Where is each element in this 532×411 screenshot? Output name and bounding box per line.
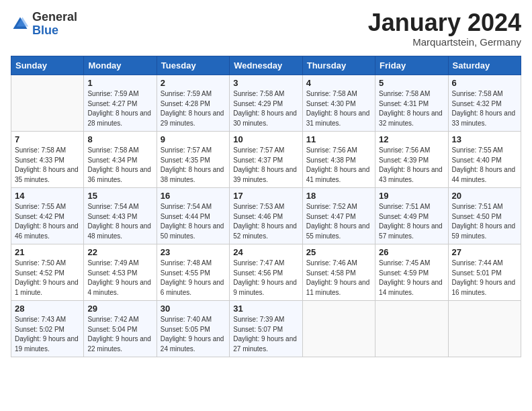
day-sunset: Sunset: 4:56 PM — [233, 269, 283, 277]
day-sunrise: Sunrise: 7:58 AM — [87, 146, 138, 154]
calendar-cell: 30 Sunrise: 7:40 AM Sunset: 5:05 PM Dayl… — [157, 301, 229, 357]
day-number: 7 — [15, 134, 80, 144]
day-sunset: Sunset: 5:05 PM — [161, 326, 210, 333]
day-daylight: Daylight: 9 hours and 4 minutes. — [87, 279, 151, 296]
day-daylight: Daylight: 8 hours and 48 minutes. — [87, 222, 151, 240]
day-sunrise: Sunrise: 7:53 AM — [233, 203, 284, 210]
day-daylight: Daylight: 8 hours and 59 minutes. — [452, 222, 516, 240]
day-number: 18 — [306, 191, 371, 201]
day-number: 5 — [379, 78, 444, 88]
logo-text: General Blue — [32, 11, 77, 38]
calendar-cell — [302, 301, 375, 357]
day-sunrise: Sunrise: 7:44 AM — [452, 259, 503, 267]
day-sunrise: Sunrise: 7:58 AM — [233, 90, 284, 97]
day-sunrise: Sunrise: 7:45 AM — [379, 259, 430, 267]
day-sunset: Sunset: 4:29 PM — [233, 100, 283, 107]
day-daylight: Daylight: 9 hours and 22 minutes. — [87, 335, 151, 353]
calendar-cell: 6 Sunrise: 7:58 AM Sunset: 4:32 PM Dayli… — [448, 75, 521, 132]
day-number: 21 — [15, 247, 80, 257]
day-sunset: Sunset: 4:42 PM — [15, 213, 64, 220]
day-sunset: Sunset: 4:34 PM — [87, 156, 137, 164]
day-number: 3 — [233, 78, 298, 88]
day-daylight: Daylight: 9 hours and 11 minutes. — [306, 279, 370, 296]
day-daylight: Daylight: 8 hours and 52 minutes. — [233, 222, 297, 240]
day-sunset: Sunset: 4:33 PM — [15, 156, 64, 164]
day-number: 12 — [379, 134, 444, 144]
day-sunrise: Sunrise: 7:46 AM — [306, 259, 357, 267]
col-tuesday: Tuesday — [157, 56, 229, 75]
day-sunrise: Sunrise: 7:58 AM — [379, 90, 430, 97]
logo-general: General — [32, 11, 77, 24]
calendar-cell — [375, 301, 448, 357]
calendar-cell: 17 Sunrise: 7:53 AM Sunset: 4:46 PM Dayl… — [230, 188, 302, 244]
day-sunset: Sunset: 5:07 PM — [233, 326, 283, 333]
calendar-cell: 8 Sunrise: 7:58 AM Sunset: 4:34 PM Dayli… — [84, 132, 157, 188]
col-thursday: Thursday — [302, 56, 375, 75]
title-location: Marquartstein, Germany — [368, 36, 521, 48]
calendar-cell: 25 Sunrise: 7:46 AM Sunset: 4:58 PM Dayl… — [302, 244, 375, 301]
day-sunrise: Sunrise: 7:52 AM — [306, 203, 357, 210]
day-number: 10 — [233, 134, 298, 144]
day-sunset: Sunset: 4:40 PM — [452, 156, 502, 164]
day-sunset: Sunset: 4:49 PM — [379, 213, 429, 220]
day-sunrise: Sunrise: 7:57 AM — [233, 146, 284, 154]
day-sunset: Sunset: 5:01 PM — [452, 269, 502, 277]
calendar-cell: 19 Sunrise: 7:51 AM Sunset: 4:49 PM Dayl… — [375, 188, 448, 244]
calendar-week-5: 28 Sunrise: 7:43 AM Sunset: 5:02 PM Dayl… — [11, 301, 521, 357]
day-daylight: Daylight: 8 hours and 39 minutes. — [233, 166, 297, 183]
day-number: 19 — [379, 191, 444, 201]
day-sunset: Sunset: 4:37 PM — [233, 156, 283, 164]
day-sunrise: Sunrise: 7:50 AM — [15, 259, 66, 267]
day-daylight: Daylight: 8 hours and 50 minutes. — [161, 222, 224, 240]
day-number: 6 — [452, 78, 517, 88]
day-number: 2 — [161, 78, 226, 88]
day-number: 8 — [87, 134, 152, 144]
calendar-cell: 27 Sunrise: 7:44 AM Sunset: 5:01 PM Dayl… — [448, 244, 521, 301]
day-sunrise: Sunrise: 7:56 AM — [306, 146, 357, 154]
header-row: Sunday Monday Tuesday Wednesday Thursday… — [11, 56, 521, 75]
title-block: January 2024 Marquartstein, Germany — [368, 11, 521, 48]
calendar-cell: 31 Sunrise: 7:39 AM Sunset: 5:07 PM Dayl… — [230, 301, 302, 357]
calendar-cell: 2 Sunrise: 7:59 AM Sunset: 4:28 PM Dayli… — [157, 75, 229, 132]
calendar-cell: 18 Sunrise: 7:52 AM Sunset: 4:47 PM Dayl… — [302, 188, 375, 244]
day-sunrise: Sunrise: 7:40 AM — [161, 316, 212, 323]
day-sunrise: Sunrise: 7:54 AM — [161, 203, 212, 210]
day-daylight: Daylight: 8 hours and 33 minutes. — [452, 109, 516, 127]
day-daylight: Daylight: 8 hours and 44 minutes. — [452, 166, 516, 183]
calendar-cell: 10 Sunrise: 7:57 AM Sunset: 4:37 PM Dayl… — [230, 132, 302, 188]
day-sunrise: Sunrise: 7:55 AM — [15, 203, 66, 210]
calendar-cell: 20 Sunrise: 7:51 AM Sunset: 4:50 PM Dayl… — [448, 188, 521, 244]
day-sunset: Sunset: 4:27 PM — [87, 100, 137, 107]
day-sunset: Sunset: 4:35 PM — [161, 156, 210, 164]
logo-blue: Blue — [32, 24, 77, 38]
day-sunset: Sunset: 4:31 PM — [379, 100, 429, 107]
day-number: 28 — [15, 304, 80, 314]
day-sunset: Sunset: 4:58 PM — [306, 269, 356, 277]
day-number: 23 — [161, 247, 226, 257]
day-daylight: Daylight: 9 hours and 9 minutes. — [233, 279, 297, 296]
day-number: 29 — [87, 304, 152, 314]
day-daylight: Daylight: 8 hours and 41 minutes. — [306, 166, 370, 183]
day-sunrise: Sunrise: 7:42 AM — [87, 316, 138, 323]
day-sunrise: Sunrise: 7:39 AM — [233, 316, 284, 323]
day-number: 4 — [306, 78, 371, 88]
day-sunset: Sunset: 4:59 PM — [379, 269, 429, 277]
calendar-cell: 28 Sunrise: 7:43 AM Sunset: 5:02 PM Dayl… — [11, 301, 84, 357]
day-number: 25 — [306, 247, 371, 257]
day-sunset: Sunset: 4:46 PM — [233, 213, 283, 220]
day-number: 16 — [161, 191, 226, 201]
col-saturday: Saturday — [448, 56, 521, 75]
day-sunset: Sunset: 4:32 PM — [452, 100, 502, 107]
day-daylight: Daylight: 8 hours and 31 minutes. — [306, 109, 370, 127]
calendar-cell: 29 Sunrise: 7:42 AM Sunset: 5:04 PM Dayl… — [84, 301, 157, 357]
day-number: 27 — [452, 247, 517, 257]
calendar-cell: 16 Sunrise: 7:54 AM Sunset: 4:44 PM Dayl… — [157, 188, 229, 244]
calendar-cell: 24 Sunrise: 7:47 AM Sunset: 4:56 PM Dayl… — [230, 244, 302, 301]
day-daylight: Daylight: 9 hours and 6 minutes. — [161, 279, 224, 296]
day-sunrise: Sunrise: 7:48 AM — [161, 259, 212, 267]
calendar-cell: 13 Sunrise: 7:55 AM Sunset: 4:40 PM Dayl… — [448, 132, 521, 188]
day-number: 24 — [233, 247, 298, 257]
day-daylight: Daylight: 9 hours and 16 minutes. — [452, 279, 516, 296]
day-sunset: Sunset: 4:43 PM — [87, 213, 137, 220]
calendar-week-2: 7 Sunrise: 7:58 AM Sunset: 4:33 PM Dayli… — [11, 132, 521, 188]
